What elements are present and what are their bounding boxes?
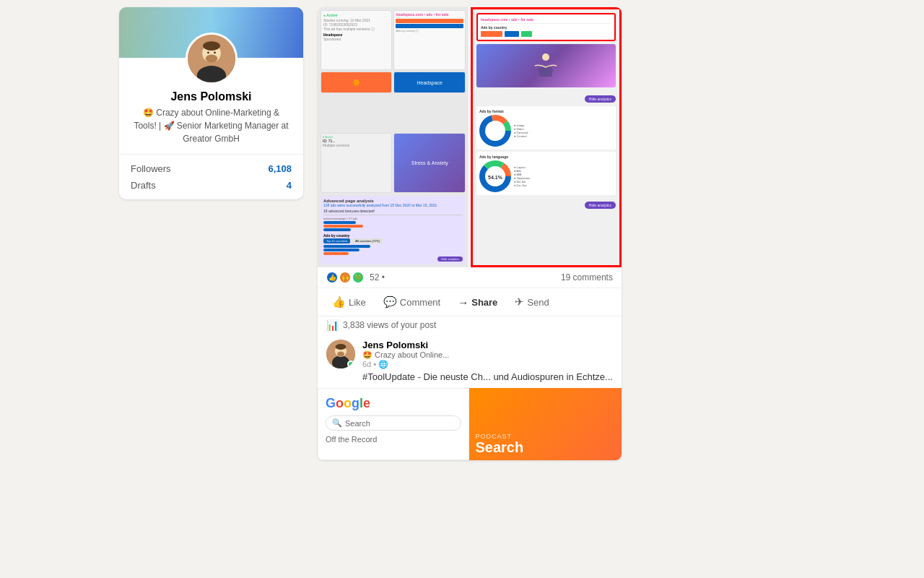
- post-actions-bar: 👍 Like 💬 Comment → Share ✈ Send: [318, 288, 622, 316]
- preview-meta: 6d • 🌐: [362, 360, 613, 369]
- drafts-label: Drafts: [131, 180, 156, 191]
- drafts-row: Drafts 4: [131, 177, 292, 194]
- format-donut-chart: [479, 115, 511, 147]
- off-record-label: Off the Record: [326, 435, 461, 444]
- post-preview: Jens Polomski 🤩 Crazy about Online... 6d…: [318, 334, 622, 388]
- profile-stats: Followers 6,108 Drafts 4: [119, 154, 303, 199]
- preview-name: Jens Polomski: [362, 340, 613, 350]
- send-button[interactable]: ✈ Send: [506, 291, 557, 313]
- ads-by-format-label: Ads by format: [479, 109, 613, 113]
- celebrate-reaction: 🙌: [339, 272, 351, 283]
- svg-point-7: [542, 53, 549, 61]
- search-placeholder: Search: [345, 419, 370, 428]
- chart-icon: 📊: [326, 319, 339, 331]
- svg-point-5: [207, 51, 209, 53]
- stress-anxiety-cell: Stress & Anxiety: [393, 133, 465, 193]
- profile-bio: 🤩 Crazy about Online-Marketing & Tools! …: [119, 106, 303, 154]
- post-engagement: 👍 🙌 💚 52 • 19 comments: [318, 267, 622, 288]
- send-icon: ✈: [515, 296, 524, 309]
- hide-analytics-btn-right[interactable]: Hide analytics: [585, 95, 616, 103]
- svg-point-22: [337, 352, 344, 357]
- post-card: ● Active Started running: 10 Mar 2021 ID…: [318, 7, 622, 460]
- comment-icon: 💬: [383, 296, 397, 309]
- google-o1: o: [336, 396, 344, 410]
- svg-point-11: [488, 124, 502, 138]
- hide-analytics-btn2[interactable]: Hide analytics: [585, 202, 616, 209]
- svg-point-4: [203, 41, 220, 51]
- drafts-count[interactable]: 4: [287, 180, 292, 191]
- avatar-image: [188, 33, 235, 85]
- google-g2: g: [352, 396, 359, 410]
- ads-by-country-label: Ads by country: [323, 233, 463, 238]
- stress-title: Stress & Anxiety: [411, 160, 448, 165]
- views-count[interactable]: 3,838 views of your post: [343, 320, 436, 330]
- ads-by-language-label: Ads by language: [479, 155, 613, 159]
- svg-text:54.1%: 54.1%: [488, 175, 503, 180]
- comments-link[interactable]: 19 comments: [561, 272, 613, 282]
- globe-icon: 🌐: [378, 360, 388, 368]
- avatar[interactable]: [186, 33, 237, 85]
- bottom-preview: Google 🔍 Search Off the Record PODCAST S…: [318, 388, 622, 460]
- engagement-count: 52 •: [370, 272, 385, 282]
- profile-name: Jens Polomski: [119, 90, 303, 106]
- google-g: G: [326, 396, 336, 410]
- search-mini-icon: 🔍: [332, 418, 342, 428]
- post-images: ● Active Started running: 10 Mar 2021 ID…: [318, 7, 622, 267]
- like-button[interactable]: 👍 Like: [323, 291, 375, 313]
- preview-tagline: 🤩 Crazy about Online...: [362, 350, 613, 360]
- podcast-title: Search: [475, 440, 615, 454]
- post-image-left: ● Active Started running: 10 Mar 2021 ID…: [318, 7, 468, 267]
- search-bar-mini[interactable]: 🔍 Search: [326, 415, 461, 431]
- google-card: Google 🔍 Search Off the Record: [318, 388, 469, 460]
- preview-post-text: #ToolUpdate - Die neuste Ch... und Audio…: [362, 371, 613, 382]
- online-indicator: [347, 361, 354, 368]
- meditation-icon: [531, 51, 560, 80]
- comment-button[interactable]: 💬 Comment: [375, 291, 449, 313]
- hide-analytics-btn1[interactable]: Hide analytics: [437, 256, 463, 262]
- svg-point-23: [336, 344, 346, 350]
- reaction-icons: 👍 🙌 💚: [326, 272, 364, 283]
- google-e: e: [363, 396, 370, 410]
- views-row: 📊 3,838 views of your post: [318, 316, 622, 334]
- main-feed: ● Active Started running: 10 Mar 2021 ID…: [310, 0, 629, 578]
- sidebar: Jens Polomski 🤩 Crazy about Online-Marke…: [0, 0, 310, 578]
- google-logo: Google: [326, 396, 461, 411]
- svg-point-6: [214, 51, 216, 53]
- share-icon: →: [458, 296, 468, 309]
- post-image-right: headspace.com • ads • for sale Ads by co…: [471, 7, 622, 267]
- preview-avatar[interactable]: [326, 340, 355, 368]
- followers-label: Followers: [131, 163, 171, 174]
- language-donut-chart: 54.1%: [479, 160, 511, 192]
- like-icon: 👍: [332, 296, 346, 309]
- followers-count[interactable]: 6,108: [268, 163, 292, 174]
- share-button[interactable]: → Share: [449, 292, 506, 313]
- like-reaction: 👍: [326, 272, 338, 283]
- svg-point-3: [205, 55, 217, 63]
- support-reaction: 💚: [352, 272, 364, 283]
- ads-by-country-right: Ads by country: [481, 25, 611, 30]
- analytics-left: ● Active Started running: 10 Mar 2021 ID…: [318, 7, 468, 267]
- preview-content: Jens Polomski 🤩 Crazy about Online... 6d…: [362, 340, 613, 382]
- podcast-card: PODCAST Search: [469, 388, 621, 460]
- followers-row: Followers 6,108: [131, 160, 292, 177]
- profile-card: Jens Polomski 🤩 Crazy about Online-Marke…: [119, 7, 303, 199]
- google-o2: o: [344, 396, 352, 410]
